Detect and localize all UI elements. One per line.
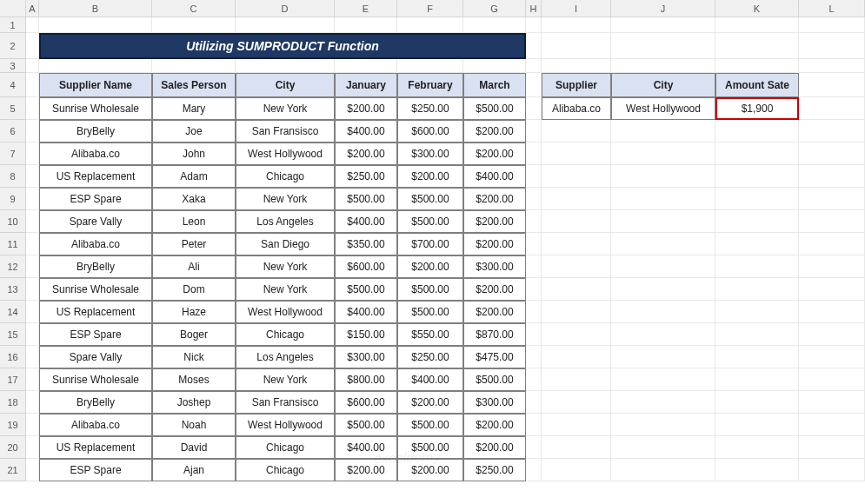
cell-C21[interactable]: Ajan [152, 459, 236, 481]
cell-I14[interactable] [542, 301, 611, 323]
cell-I10[interactable] [542, 210, 611, 233]
cell-F1[interactable] [397, 17, 463, 33]
cell-E11[interactable]: $350.00 [335, 233, 397, 255]
cell-H16[interactable] [526, 346, 542, 368]
cell-F12[interactable]: $200.00 [397, 255, 463, 278]
cell-K14[interactable] [715, 301, 799, 323]
cell-H18[interactable] [526, 391, 542, 414]
cell-J1[interactable] [611, 17, 715, 33]
cell-H21[interactable] [526, 459, 542, 481]
cell-H3[interactable] [526, 59, 542, 73]
cell-E18[interactable]: $600.00 [335, 391, 397, 414]
row-header-10[interactable]: 10 [0, 210, 26, 233]
main-header-sales-person[interactable]: Sales Person [152, 73, 236, 97]
cell-A14[interactable] [26, 301, 39, 323]
cell-J2[interactable] [611, 33, 715, 59]
cell-D7[interactable]: West Hollywood [236, 143, 335, 165]
cell-J7[interactable] [611, 143, 715, 165]
cell-H10[interactable] [526, 210, 542, 233]
cell-K18[interactable] [715, 391, 799, 414]
cell-F14[interactable]: $500.00 [397, 301, 463, 323]
cell-A10[interactable] [26, 210, 39, 233]
row-header-6[interactable]: 6 [0, 120, 26, 143]
row-header-15[interactable]: 15 [0, 323, 26, 346]
cell-H6[interactable] [526, 120, 542, 143]
main-header-supplier[interactable]: Supplier Name [39, 73, 152, 97]
cell-K3[interactable] [715, 59, 799, 73]
col-header-B[interactable]: B [39, 0, 152, 17]
cell-D11[interactable]: San Diego [236, 233, 335, 255]
cell-G18[interactable]: $300.00 [463, 391, 526, 414]
side-cell-amount[interactable]: $1,900 [715, 97, 799, 120]
row-header-16[interactable]: 16 [0, 346, 26, 368]
cell-D6[interactable]: San Fransisco [236, 120, 335, 143]
col-header-C[interactable]: C [152, 0, 236, 17]
cell-D3[interactable] [236, 59, 335, 73]
row-header-19[interactable]: 19 [0, 414, 26, 436]
col-header-G[interactable]: G [463, 0, 526, 17]
side-header-amount[interactable]: Amount Sate [715, 73, 799, 97]
cell-G21[interactable]: $250.00 [463, 459, 526, 481]
row-header-12[interactable]: 12 [0, 255, 26, 278]
cell-C19[interactable]: Noah [152, 414, 236, 436]
cell-C12[interactable]: Ali [152, 255, 236, 278]
cell-L15[interactable] [799, 323, 865, 346]
cell-G19[interactable]: $200.00 [463, 414, 526, 436]
main-header-march[interactable]: March [463, 73, 526, 97]
cell-A8[interactable] [26, 165, 39, 188]
cell-B15[interactable]: ESP Spare [39, 323, 152, 346]
cell-A9[interactable] [26, 188, 39, 210]
cell-H20[interactable] [526, 436, 542, 459]
cell-E10[interactable]: $400.00 [335, 210, 397, 233]
cell-B18[interactable]: BryBelly [39, 391, 152, 414]
cell-A12[interactable] [26, 255, 39, 278]
cell-K7[interactable] [715, 143, 799, 165]
cell-F21[interactable]: $200.00 [397, 459, 463, 481]
cell-A2[interactable] [26, 33, 39, 59]
cell-H11[interactable] [526, 233, 542, 255]
cell-E9[interactable]: $500.00 [335, 188, 397, 210]
cell-B11[interactable]: Alibaba.co [39, 233, 152, 255]
cell-G15[interactable]: $870.00 [463, 323, 526, 346]
cell-F7[interactable]: $300.00 [397, 143, 463, 165]
cell-J10[interactable] [611, 210, 715, 233]
cell-D15[interactable]: Chicago [236, 323, 335, 346]
cell-E16[interactable]: $300.00 [335, 346, 397, 368]
col-header-F[interactable]: F [397, 0, 463, 17]
cell-D12[interactable]: New York [236, 255, 335, 278]
cell-K8[interactable] [715, 165, 799, 188]
col-header-A[interactable]: A [26, 0, 39, 17]
cell-D17[interactable]: New York [236, 368, 335, 391]
cell-A1[interactable] [26, 17, 39, 33]
cell-B14[interactable]: US Replacement [39, 301, 152, 323]
row-header-17[interactable]: 17 [0, 368, 26, 391]
cell-C15[interactable]: Boger [152, 323, 236, 346]
cell-H9[interactable] [526, 188, 542, 210]
side-header-city[interactable]: City [611, 73, 715, 97]
cell-B20[interactable]: US Replacement [39, 436, 152, 459]
cell-C8[interactable]: Adam [152, 165, 236, 188]
cell-D20[interactable]: Chicago [236, 436, 335, 459]
cell-C5[interactable]: Mary [152, 97, 236, 120]
cell-C17[interactable]: Moses [152, 368, 236, 391]
row-header-13[interactable]: 13 [0, 278, 26, 301]
cell-G17[interactable]: $500.00 [463, 368, 526, 391]
cell-E17[interactable]: $800.00 [335, 368, 397, 391]
cell-G8[interactable]: $400.00 [463, 165, 526, 188]
side-cell-supplier[interactable]: Alibaba.co [542, 97, 611, 120]
cell-L5[interactable] [799, 97, 865, 120]
cell-H7[interactable] [526, 143, 542, 165]
cell-K17[interactable] [715, 368, 799, 391]
row-header-21[interactable]: 21 [0, 459, 26, 481]
cell-B16[interactable]: Spare Vally [39, 346, 152, 368]
cell-B8[interactable]: US Replacement [39, 165, 152, 188]
cell-D8[interactable]: Chicago [236, 165, 335, 188]
cell-A18[interactable] [26, 391, 39, 414]
col-header-J[interactable]: J [611, 0, 715, 17]
cell-J11[interactable] [611, 233, 715, 255]
cell-I17[interactable] [542, 368, 611, 391]
col-header-H[interactable]: H [526, 0, 542, 17]
cell-B6[interactable]: BryBelly [39, 120, 152, 143]
cell-I13[interactable] [542, 278, 611, 301]
cell-A7[interactable] [26, 143, 39, 165]
